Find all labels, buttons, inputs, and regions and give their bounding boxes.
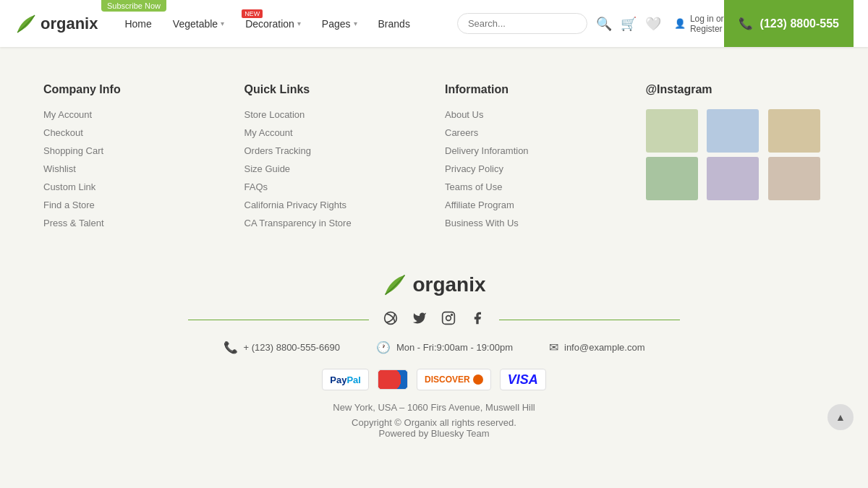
footer-quick-links: Quick Links Store Location My Account Or… [244, 83, 424, 236]
footer-columns: Company Info My Account Checkout Shoppin… [43, 83, 825, 236]
link-teams-of-use[interactable]: Teams of Use [445, 181, 624, 192]
discover-badge: DISCOVER [417, 369, 491, 390]
instagram-img-6[interactable] [768, 157, 820, 200]
header-icons: 🔍 🛒 🤍 👤 Log in or Register [596, 14, 724, 34]
instagram-img-3[interactable] [768, 109, 820, 153]
contact-email: ✉ info@example.com [549, 341, 644, 354]
footer-logo-leaf-icon [382, 272, 408, 298]
footer-company-info: Company Info My Account Checkout Shoppin… [43, 83, 223, 236]
nav-home-wrapper: Home [116, 12, 160, 35]
link-ca-transparency[interactable]: CA Transparency in Store [244, 218, 424, 228]
nav-pages[interactable]: Pages ▾ [313, 12, 366, 35]
search-icon[interactable]: 🔍 [596, 16, 612, 32]
footer-information: Information About Us Careers Delivery In… [445, 83, 624, 236]
footer-address: New York, USA – 1060 Firs Avenue, Muswel… [43, 402, 825, 413]
nav-pages-wrapper: Pages ▾ [313, 12, 366, 35]
link-my-account-ql[interactable]: My Account [244, 127, 424, 138]
user-icon: 👤 [674, 18, 686, 29]
nav-brands[interactable]: Brands [370, 12, 419, 35]
instagram-img-4[interactable] [646, 157, 698, 200]
svg-rect-1 [443, 312, 455, 325]
link-delivery-info[interactable]: Delivery Inforamtion [445, 145, 624, 156]
clock-icon: 🕐 [376, 341, 391, 354]
link-size-guide[interactable]: Size Guide [244, 163, 424, 174]
cart-icon[interactable]: 🛒 [621, 16, 637, 32]
subscribe-banner[interactable]: Subscribe Now [101, 0, 166, 12]
contact-phone: 📞 + (123) 8800-555-6690 [224, 341, 340, 354]
wishlist-icon[interactable]: 🤍 [645, 16, 661, 32]
login-area[interactable]: 👤 Log in or Register [674, 14, 724, 34]
visa-badge: VISA [500, 369, 546, 390]
link-find-store[interactable]: Find a Store [43, 200, 223, 210]
link-california-privacy[interactable]: California Privacy Rights [244, 200, 424, 210]
social-icons [383, 311, 485, 329]
chevron-down-icon: ▾ [297, 20, 301, 27]
contact-email-text: info@example.com [564, 342, 644, 353]
footer-divider-right [499, 320, 680, 320]
link-my-account[interactable]: My Account [43, 109, 223, 120]
nav-brands-wrapper: Brands [370, 12, 419, 35]
search-box [457, 13, 587, 34]
facebook-icon[interactable] [470, 311, 485, 329]
phone-area[interactable]: 📞 (123) 8800-555 [724, 0, 854, 47]
chevron-down-icon: ▾ [354, 20, 357, 27]
link-custom-link[interactable]: Custom Link [43, 181, 223, 192]
search-input[interactable] [457, 13, 587, 34]
main-nav: Home Vegetable ▾ Decoration ▾ NEW Pages … [116, 12, 418, 35]
scroll-to-top-button[interactable]: ▲ [827, 404, 854, 430]
link-wishlist[interactable]: Wishlist [43, 163, 223, 174]
nav-vegetable[interactable]: Vegetable ▾ [164, 12, 233, 35]
nav-decoration-wrapper: Decoration ▾ NEW [237, 12, 310, 35]
register-label: Register [690, 24, 724, 34]
maestro-badge [378, 369, 408, 390]
link-shopping-cart[interactable]: Shopping Cart [43, 145, 223, 156]
instagram-grid [646, 109, 825, 200]
contact-phone-text: + (123) 8800-555-6690 [244, 342, 340, 353]
footer-divider-left [188, 320, 369, 320]
information-title: Information [445, 83, 624, 96]
link-checkout[interactable]: Checkout [43, 127, 223, 138]
twitter-icon[interactable] [412, 311, 427, 329]
link-business-with-us[interactable]: Business With Us [445, 218, 624, 228]
link-affiliate-program[interactable]: Affiliate Program [445, 200, 624, 210]
link-careers[interactable]: Careers [445, 127, 624, 138]
footer-powered: Powered by Bluesky Team [43, 428, 825, 439]
svg-point-3 [451, 314, 453, 316]
instagram-title: @Instagram [646, 83, 825, 96]
quick-links-title: Quick Links [244, 83, 424, 96]
logo-text: organix [41, 14, 98, 33]
link-faqs[interactable]: FAQs [244, 181, 424, 192]
logo-leaf-icon [14, 12, 38, 35]
contact-hours: 🕐 Mon - Fri:9:00am - 19:00pm [376, 341, 513, 354]
login-label: Log in or [690, 14, 724, 24]
contact-hours-text: Mon - Fri:9:00am - 19:00pm [396, 342, 513, 353]
company-info-title: Company Info [43, 83, 223, 96]
footer-bottom: organix 📞 + (123) 8800-555-6690 🕐 Mon - … [0, 257, 868, 468]
dribbble-icon[interactable] [383, 311, 398, 329]
payment-row: PayPal DISCOVER VISA [43, 369, 825, 390]
footer-copyright: Copyright © Organix all rights reserved. [43, 417, 825, 428]
svg-point-2 [446, 316, 451, 321]
link-press-talent[interactable]: Press & Talent [43, 218, 223, 228]
nav-home[interactable]: Home [116, 12, 160, 35]
footer-logo-text: organix [412, 273, 485, 296]
footer-instagram: @Instagram [646, 83, 825, 236]
logo[interactable]: organix [14, 12, 98, 35]
instagram-img-5[interactable] [707, 157, 759, 200]
nav-decoration[interactable]: Decoration ▾ NEW [237, 12, 310, 35]
contact-row: 📞 + (123) 8800-555-6690 🕐 Mon - Fri:9:00… [43, 341, 825, 354]
link-about-us[interactable]: About Us [445, 109, 624, 120]
footer-logo: organix [43, 272, 825, 298]
link-privacy-policy[interactable]: Privacy Policy [445, 163, 624, 174]
instagram-img-2[interactable] [707, 109, 759, 153]
link-store-location[interactable]: Store Location [244, 109, 424, 120]
link-orders-tracking[interactable]: Orders Tracking [244, 145, 424, 156]
phone-icon: 📞 [224, 341, 238, 354]
footer-main: Company Info My Account Checkout Shoppin… [0, 47, 868, 257]
new-badge: NEW [242, 9, 263, 18]
instagram-icon[interactable] [441, 311, 456, 329]
email-icon: ✉ [549, 341, 558, 354]
phone-icon: 📞 [739, 17, 753, 30]
chevron-down-icon: ▾ [221, 20, 224, 27]
instagram-img-1[interactable] [646, 109, 698, 153]
